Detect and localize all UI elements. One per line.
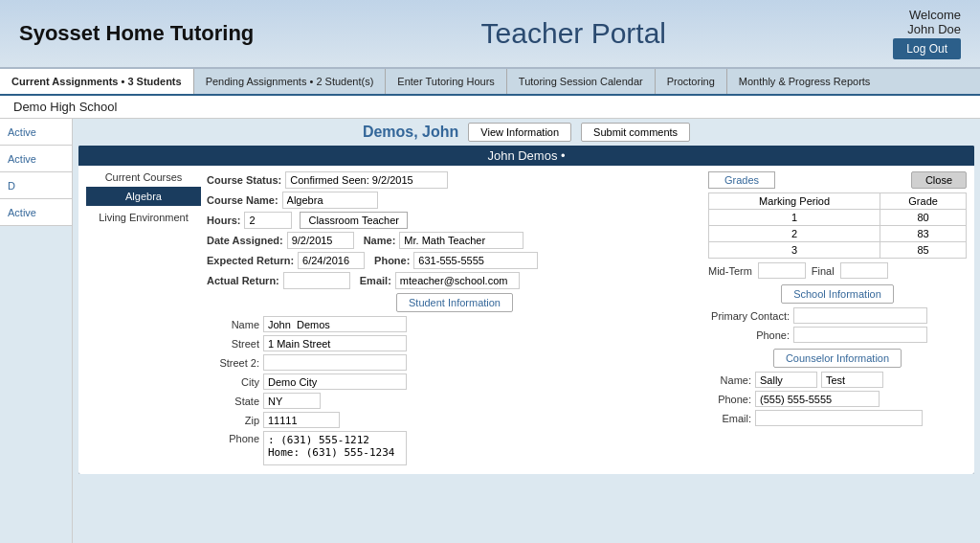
street2-input[interactable] xyxy=(263,354,407,371)
school-phone-label: Phone: xyxy=(708,329,790,341)
course-details-column: Course Status: Course Name: Hours: Class… xyxy=(207,171,702,468)
grade-value-1: 80 xyxy=(880,210,967,226)
nav-tabs: Current Assignments • 3 Students Pending… xyxy=(0,69,980,96)
username-text: John Doe xyxy=(907,22,961,36)
street-input[interactable] xyxy=(263,335,407,351)
counselor-information-button[interactable]: Counselor Information xyxy=(773,349,902,368)
grade-value-2: 83 xyxy=(880,226,967,242)
hours-label: Hours: xyxy=(207,215,240,226)
school-phone-input[interactable] xyxy=(793,327,927,343)
teacher-phone-label: Phone: xyxy=(374,255,410,266)
classroom-teacher-button[interactable]: Classroom Teacher xyxy=(300,212,408,229)
grade-period-2: 2 xyxy=(709,226,880,242)
courses-header: Current Courses xyxy=(86,171,201,183)
course-status-input[interactable] xyxy=(285,171,448,189)
state-input[interactable] xyxy=(263,393,321,409)
grade-value-3: 85 xyxy=(880,242,967,259)
sidebar-row-2: Active xyxy=(0,146,72,172)
close-button[interactable]: Close xyxy=(911,171,967,189)
course-living-environment[interactable]: Living Environment xyxy=(86,208,201,227)
grades-col-period: Marking Period xyxy=(709,193,880,210)
left-sidebar: Active Active D Active xyxy=(0,119,73,543)
courses-column: Current Courses Algebra Living Environme… xyxy=(86,171,201,468)
logout-button[interactable]: Log Out xyxy=(893,38,961,59)
school-information-button[interactable]: School Information xyxy=(781,284,894,304)
date-assigned-input[interactable] xyxy=(287,232,354,249)
grades-col-grade: Grade xyxy=(880,193,967,210)
actual-return-input[interactable] xyxy=(283,272,350,289)
expected-return-label: Expected Return: xyxy=(207,255,294,266)
phone-textarea[interactable]: : (631) 555-1212 Home: (631) 555-1234 xyxy=(263,431,407,465)
app-logo: Syosset Home Tutoring xyxy=(19,21,254,46)
actual-return-label: Actual Return: xyxy=(207,275,279,286)
course-status-label: Course Status: xyxy=(207,174,281,186)
school-info-section: School Information Primary Contact: Phon… xyxy=(708,284,967,426)
grades-section: Grades Close Marking Period Grade xyxy=(708,171,967,279)
counselor-email-label: Email: xyxy=(708,413,751,424)
final-label: Final xyxy=(812,265,835,277)
hours-input[interactable] xyxy=(244,212,292,229)
student-panel-header: John Demos • xyxy=(78,146,974,166)
city-label: City xyxy=(207,376,259,388)
city-input[interactable] xyxy=(263,373,407,390)
teacher-email-label: Email: xyxy=(360,275,391,286)
street2-label: Street 2: xyxy=(207,357,259,369)
counselor-name-label: Name: xyxy=(708,374,751,386)
counselor-phone-label: Phone: xyxy=(708,394,751,405)
street-label: Street xyxy=(207,338,259,350)
state-label: State xyxy=(207,396,259,407)
tab-proctoring[interactable]: Proctoring xyxy=(656,69,727,94)
midterm-input[interactable] xyxy=(758,262,806,279)
tab-reports[interactable]: Monthly & Progress Reports xyxy=(727,69,882,94)
tab-enter-hours[interactable]: Enter Tutoring Hours xyxy=(386,69,507,94)
tab-pending-assignments[interactable]: Pending Assignments • 2 Student(s) xyxy=(194,69,387,94)
student-panel-body: Current Courses Algebra Living Environme… xyxy=(78,166,974,474)
teacher-email-input[interactable] xyxy=(395,272,520,289)
teacher-name-label: Name: xyxy=(364,235,396,246)
tab-current-assignments[interactable]: Current Assignments • 3 Students xyxy=(0,69,194,94)
student-name-label: Name xyxy=(207,319,259,330)
zip-label: Zip xyxy=(207,415,259,426)
tab-session-calendar[interactable]: Tutoring Session Calendar xyxy=(507,69,656,94)
counselor-last-input[interactable] xyxy=(821,372,883,388)
midterm-label: Mid-Term xyxy=(708,265,752,277)
portal-title: Teacher Portal xyxy=(481,17,666,50)
sidebar-row-4: Active xyxy=(0,199,72,226)
student-panel: John Demos • Current Courses Algebra Liv… xyxy=(78,146,974,474)
date-assigned-label: Date Assigned: xyxy=(207,235,283,246)
grade-period-1: 1 xyxy=(709,210,880,226)
course-name-input[interactable] xyxy=(282,192,378,209)
expected-return-input[interactable] xyxy=(298,252,365,269)
submit-comments-button[interactable]: Submit comments xyxy=(581,123,690,142)
user-area: Welcome John Doe Log Out xyxy=(893,8,961,59)
grades-button[interactable]: Grades xyxy=(708,171,775,189)
student-name-input[interactable] xyxy=(263,316,407,332)
sidebar-row-3: D xyxy=(0,172,72,199)
sidebar-row-1: Active xyxy=(0,119,72,146)
teacher-phone-input[interactable] xyxy=(413,252,538,269)
student-form: Name Street Street 2: City xyxy=(207,316,702,465)
primary-contact-label: Primary Contact: xyxy=(708,310,790,322)
grade-row-3: 3 85 xyxy=(709,242,967,259)
right-column: Grades Close Marking Period Grade xyxy=(708,171,967,468)
teacher-name-input[interactable] xyxy=(399,232,523,249)
grade-row-2: 2 83 xyxy=(709,226,967,242)
student-name: Demos, John xyxy=(363,124,458,141)
welcome-text: Welcome xyxy=(909,8,961,22)
view-information-button[interactable]: View Information xyxy=(468,123,571,142)
phone-label: Phone xyxy=(207,431,259,444)
course-name-label: Course Name: xyxy=(207,194,278,206)
counselor-phone-input[interactable] xyxy=(755,391,880,407)
final-input[interactable] xyxy=(840,262,888,279)
grades-table: Marking Period Grade 1 80 2 xyxy=(708,192,967,259)
student-information-button[interactable]: Student Information xyxy=(396,293,513,312)
course-algebra[interactable]: Algebra xyxy=(86,187,201,206)
grade-row-1: 1 80 xyxy=(709,210,967,226)
counselor-email-input[interactable] xyxy=(755,410,923,426)
primary-contact-input[interactable] xyxy=(793,307,927,324)
zip-input[interactable] xyxy=(263,412,340,428)
main-panel: Demos, John View Information Submit comm… xyxy=(73,119,980,543)
counselor-first-input[interactable] xyxy=(755,372,817,388)
grade-period-3: 3 xyxy=(709,242,880,259)
school-bar: Demo High School xyxy=(0,96,980,119)
